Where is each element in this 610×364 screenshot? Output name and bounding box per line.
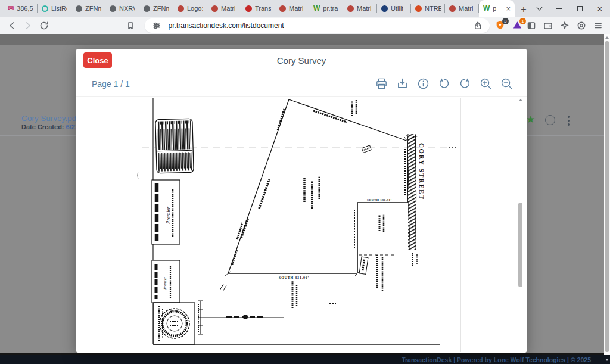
select-circle-checkbox[interactable] xyxy=(545,115,555,125)
matrix-icon xyxy=(449,5,456,12)
rotate-right-icon[interactable] xyxy=(458,77,472,91)
globe-icon xyxy=(110,5,116,12)
sparkle-icon[interactable] xyxy=(558,18,572,33)
scroll-up-arrow-icon[interactable] xyxy=(605,36,609,39)
page-indicator: Page 1 / 1 xyxy=(92,79,130,89)
browser-tab-utility[interactable]: Utilit xyxy=(377,0,411,17)
address-bar[interactable]: pr.transactiondesk.com/listdocument xyxy=(145,18,490,33)
favorite-star-icon[interactable]: ★ xyxy=(526,113,535,126)
zoom-in-icon[interactable] xyxy=(478,77,493,91)
matrix-icon xyxy=(279,5,286,12)
footer-text: TransactionDesk | Powered by Lone Wolf T… xyxy=(402,356,591,363)
date-created-label: Date Created: xyxy=(21,123,64,130)
south-dimension-label: SOUTH 331.06' xyxy=(279,276,309,279)
listreports-icon xyxy=(42,5,48,12)
tab-label: ListRe xyxy=(51,5,67,12)
transactiondesk-icon: W xyxy=(483,5,490,12)
browser-tab-matrix-4[interactable]: Matri xyxy=(445,0,479,17)
browser-tab-logo[interactable]: Logo: xyxy=(173,0,207,17)
browser-tab-matrix-1[interactable]: Matri xyxy=(207,0,241,17)
transactiondesk-icon: W xyxy=(313,5,320,12)
browser-tab-zfnm-1[interactable]: ZFNm xyxy=(71,0,105,17)
scroll-down-cell[interactable] xyxy=(604,355,610,364)
browser-tab-matrix-2[interactable]: Matri xyxy=(275,0,309,17)
tab-label: Matri xyxy=(459,5,473,12)
url-text[interactable]: pr.transactiondesk.com/listdocument xyxy=(169,21,471,30)
matrix-icon xyxy=(211,5,218,12)
viewer-toolbar-icons xyxy=(374,77,513,91)
browser-tab-transactions[interactable]: Trans xyxy=(241,0,275,17)
page-scrollbar-thumb[interactable] xyxy=(605,41,609,352)
menu-icon[interactable] xyxy=(591,18,605,33)
tab-label: Logo: xyxy=(187,5,203,12)
viewer-scrollbar-thumb[interactable] xyxy=(518,203,522,287)
premier-logo-text: Premier xyxy=(165,206,171,225)
footer-bar: TransactionDesk | Powered by Lone Wolf T… xyxy=(0,355,604,364)
tab-close-icon[interactable]: × xyxy=(506,5,511,13)
browser-tab-pr-transaction[interactable]: Wpr.tra xyxy=(309,0,343,17)
reload-icon[interactable] xyxy=(37,18,51,33)
surveyor-seal xyxy=(154,303,195,344)
close-window-button[interactable]: × xyxy=(590,0,610,17)
kebab-menu-icon[interactable] xyxy=(568,116,570,126)
viewer-toolbar: Page 1 / 1 xyxy=(76,71,527,97)
document-date: Date Created: 6/22 xyxy=(21,123,79,130)
window-controls: × xyxy=(529,0,610,17)
notch-dimension-label: SOUTH 130.31' xyxy=(367,198,392,201)
side-panel-icon[interactable] xyxy=(524,18,539,33)
browser-tab-zfnm-2[interactable]: ZFNm xyxy=(139,0,173,17)
new-tab-button[interactable]: + xyxy=(518,2,529,17)
ntreis-icon xyxy=(415,5,422,12)
document-link[interactable]: Cory Survey.pdf xyxy=(21,114,79,123)
tab-search-chevron-icon[interactable] xyxy=(529,0,549,17)
illegible-annotations xyxy=(232,100,456,308)
tab-label: NXRV xyxy=(119,5,135,12)
info-icon[interactable] xyxy=(416,77,430,91)
download-icon[interactable] xyxy=(395,77,409,91)
browser-tab-listreports[interactable]: ListRe xyxy=(38,0,71,17)
printer-icon[interactable] xyxy=(374,77,388,91)
browser-tab-strip: ✉386,5ListReZFNmNXRVZFNmLogo:MatriTransM… xyxy=(0,0,610,17)
toolbar-right-cluster xyxy=(524,18,605,33)
site-settings-icon[interactable] xyxy=(150,18,164,33)
profile-icon[interactable] xyxy=(574,18,589,33)
bookmark-icon[interactable] xyxy=(123,18,137,33)
tab-label: pr.tra xyxy=(323,5,338,12)
tab-label: ZFNm xyxy=(153,5,169,12)
document-viewer[interactable]: Premier Premier xyxy=(76,97,527,352)
minimize-button[interactable] xyxy=(549,0,569,17)
browser-tab-active-doc[interactable]: Wp× xyxy=(479,0,515,17)
share-icon[interactable] xyxy=(471,18,485,33)
modal-header: Close Cory Survey xyxy=(76,49,527,71)
browser-tab-email[interactable]: ✉386,5 xyxy=(4,0,38,17)
modal-title: Cory Survey xyxy=(76,49,527,71)
legend-boxes: Premier Premier xyxy=(152,119,194,303)
scale-bar xyxy=(198,301,284,334)
back-icon[interactable] xyxy=(5,18,18,33)
tab-strip-tabs: ✉386,5ListReZFNmNXRVZFNmLogo:MatriTransM… xyxy=(0,0,515,17)
shield-extension-icon[interactable]: 3 xyxy=(493,18,507,33)
scroll-down-arrow-icon[interactable] xyxy=(605,359,609,361)
tab-label: Utilit xyxy=(391,5,403,12)
globe-icon xyxy=(76,5,82,12)
shield-badge: 3 xyxy=(502,18,509,24)
forward-icon[interactable] xyxy=(21,18,35,33)
viewer-scrollbar[interactable] xyxy=(518,98,523,349)
document-preview-modal: Close Cory Survey Page 1 / 1 xyxy=(76,49,527,353)
browser-tab-nxrv[interactable]: NXRV xyxy=(105,0,139,17)
tab-label: NTRE xyxy=(425,5,441,12)
premier-logo-text-2: Premier xyxy=(163,276,167,290)
page-scrollbar[interactable] xyxy=(604,34,610,355)
instanet-icon xyxy=(245,5,252,12)
browser-tab-matrix-3[interactable]: Matri xyxy=(343,0,377,17)
rotate-left-icon[interactable] xyxy=(437,77,451,91)
maximize-button[interactable] xyxy=(569,0,590,17)
alert-extension-icon[interactable]: 1 xyxy=(511,18,524,33)
browser-tab-ntreis[interactable]: NTRE xyxy=(411,0,445,17)
tab-label: ZFNm xyxy=(85,5,101,12)
tab-label: Trans xyxy=(255,5,271,12)
tab-label: Matri xyxy=(289,5,303,12)
zoom-out-icon[interactable] xyxy=(499,77,513,91)
wallet-icon[interactable] xyxy=(541,18,555,33)
viewer-scroll-up-icon[interactable] xyxy=(519,99,522,101)
